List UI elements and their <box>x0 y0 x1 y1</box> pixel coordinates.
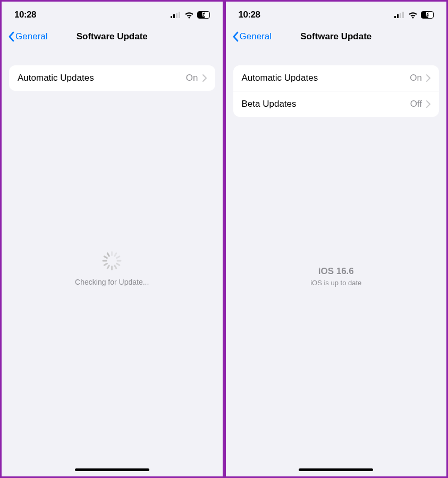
checking-status: Checking for Update... <box>2 251 223 286</box>
automatic-updates-row[interactable]: Automatic Updates On <box>9 65 215 91</box>
page-title: Software Update <box>300 31 371 42</box>
content-area: Automatic Updates On Beta Updates Off <box>226 65 447 117</box>
navigation-header: General Software Update <box>2 26 223 49</box>
cellular-signal-icon <box>394 12 405 18</box>
automatic-updates-row[interactable]: Automatic Updates On <box>233 65 439 91</box>
row-value: Off <box>410 99 422 109</box>
svg-rect-6 <box>400 13 401 18</box>
settings-list: Automatic Updates On <box>9 65 215 91</box>
chevron-right-icon <box>426 100 430 108</box>
back-button[interactable]: General <box>232 31 272 42</box>
status-time: 10:28 <box>14 10 36 20</box>
chevron-right-icon <box>426 74 430 82</box>
row-value: On <box>410 73 422 83</box>
phone-screen-checking: 10:28 5 General Software Update Automati… <box>0 0 224 478</box>
wifi-icon <box>184 12 194 19</box>
row-value: On <box>186 73 198 83</box>
navigation-header: General Software Update <box>226 26 447 49</box>
home-indicator[interactable] <box>299 468 373 471</box>
back-button[interactable]: General <box>8 31 47 42</box>
back-label: General <box>240 31 272 42</box>
phone-screen-uptodate: 10:28 5 General Software Update Automati… <box>224 0 449 478</box>
version-status: iOS 16.6 iOS is up to date <box>226 266 447 287</box>
chevron-left-icon <box>8 31 14 42</box>
beta-updates-row[interactable]: Beta Updates Off <box>233 91 439 117</box>
status-bar: 10:28 5 <box>226 2 447 26</box>
svg-rect-4 <box>394 16 396 18</box>
status-icons: 5 <box>394 11 434 19</box>
chevron-left-icon <box>232 31 239 42</box>
svg-rect-3 <box>179 12 180 18</box>
uptodate-text: iOS is up to date <box>310 279 361 287</box>
svg-rect-5 <box>397 14 399 18</box>
status-icons: 5 <box>171 11 210 19</box>
chevron-right-icon <box>202 74 207 82</box>
content-area: Automatic Updates On <box>2 65 223 91</box>
battery-icon: 5 <box>421 11 434 19</box>
status-time: 10:28 <box>239 10 260 20</box>
back-label: General <box>15 31 47 42</box>
ios-version: iOS 16.6 <box>318 266 354 277</box>
cellular-signal-icon <box>171 12 181 18</box>
home-indicator[interactable] <box>75 468 149 471</box>
status-bar: 10:28 5 <box>2 2 223 26</box>
spinner-icon <box>103 251 122 270</box>
row-label: Automatic Updates <box>18 73 186 83</box>
battery-icon: 5 <box>197 11 210 19</box>
row-label: Automatic Updates <box>242 73 410 83</box>
svg-rect-2 <box>176 13 177 18</box>
settings-list: Automatic Updates On Beta Updates Off <box>233 65 439 117</box>
wifi-icon <box>408 12 418 19</box>
svg-rect-0 <box>171 16 172 18</box>
svg-rect-1 <box>173 14 175 18</box>
svg-rect-7 <box>402 12 404 18</box>
row-label: Beta Updates <box>242 99 410 109</box>
checking-text: Checking for Update... <box>75 278 149 286</box>
page-title: Software Update <box>77 31 148 42</box>
